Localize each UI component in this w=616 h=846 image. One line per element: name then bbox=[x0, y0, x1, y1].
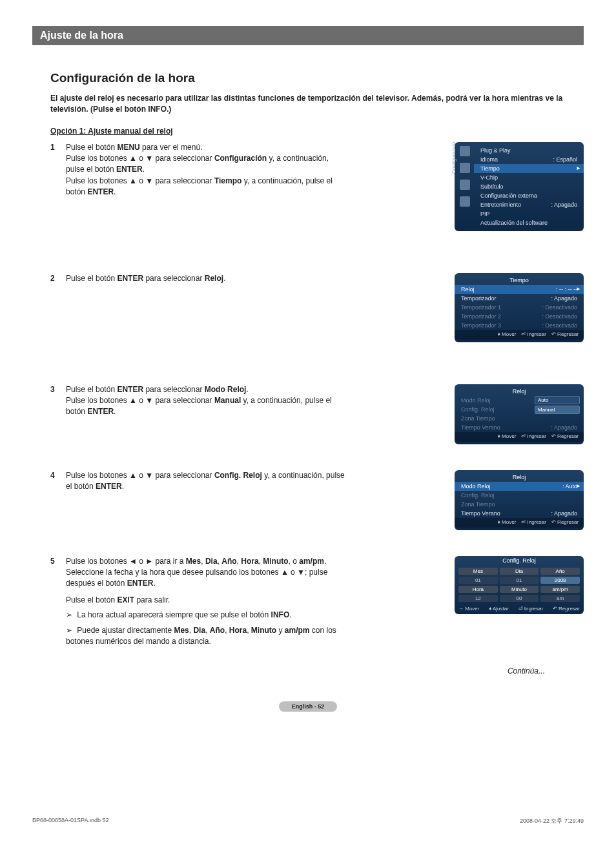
kw-field: Dia bbox=[205, 557, 218, 566]
kw-modo-reloj: Modo Reloj bbox=[205, 385, 247, 394]
step-5-number: 5 bbox=[50, 556, 66, 567]
osd-footer-hint: ↔ Mover bbox=[458, 606, 479, 612]
t: . bbox=[143, 165, 145, 174]
osd-field-value: 2008 bbox=[540, 577, 580, 584]
osd-footer-hint: ↶ Regresar bbox=[551, 331, 579, 337]
step-1-row: 1 Pulse el botón MENU para ver el menú. … bbox=[50, 142, 584, 231]
osd-side-label: Configuración bbox=[451, 141, 457, 173]
osd-configuracion-menu: Configuración Plug & PlayIdioma: Español… bbox=[455, 142, 584, 231]
kw-configuracion: Configuración bbox=[214, 154, 267, 163]
osd-footer-hint: ↶ Regresar bbox=[551, 519, 579, 525]
osd-header: Reloj bbox=[455, 387, 584, 396]
step-4-number: 4 bbox=[50, 470, 66, 481]
t: para seleccionar bbox=[143, 385, 205, 394]
step-1-number: 1 bbox=[50, 142, 66, 153]
t: La hora actual aparecerá siempre que se … bbox=[77, 610, 271, 619]
t: Pulse los botones ▲ o ▼ para seleccionar bbox=[66, 154, 214, 163]
osd-config-reloj-menu: Config. Reloj MesDiaAño01012008HoraMinut… bbox=[455, 556, 584, 614]
kw-manual: Manual bbox=[214, 396, 241, 405]
t: Pulse el botón bbox=[66, 385, 117, 394]
t: . bbox=[223, 274, 225, 283]
t: , bbox=[247, 626, 251, 635]
kw-field: am/pm bbox=[285, 626, 310, 635]
kw-enter: ENTER bbox=[117, 274, 143, 283]
kw-enter: ENTER bbox=[116, 165, 143, 174]
footer-datetime: 2008-04-22 오후 7:29:49 bbox=[520, 817, 584, 825]
osd-footer-hint: ♦ Mover bbox=[498, 519, 517, 525]
osd-reloj-dropdown-menu: Reloj Auto Manual Modo RelojConfig. Relo… bbox=[455, 384, 584, 444]
t: Pulse el botón bbox=[66, 274, 117, 283]
osd-footer-hint: ⏎ Ingresar bbox=[521, 519, 546, 525]
t: . bbox=[114, 187, 116, 196]
t: Pulse los botones ◄ o ► para ir a bbox=[66, 557, 186, 566]
osd-icon bbox=[460, 163, 470, 173]
t: Pulse los botones ▲ o ▼ para seleccionar bbox=[66, 471, 214, 480]
osd-menu-item: Reloj: -- : -- -- bbox=[455, 285, 584, 294]
osd-menu-item: Actualización del software bbox=[474, 218, 584, 227]
osd-field-value: 01 bbox=[500, 577, 539, 584]
t: para seleccionar bbox=[143, 274, 205, 283]
note-arrow-icon: ➢ bbox=[66, 610, 72, 619]
t: para ver el menú. bbox=[140, 143, 203, 152]
osd-field-value: 00 bbox=[500, 595, 539, 602]
osd-menu-item: Configuración externa bbox=[474, 191, 584, 200]
osd-menu-item: Zona Tiempo bbox=[455, 414, 584, 423]
osd-menu-item: Idioma: Español bbox=[474, 155, 584, 164]
t: , o bbox=[289, 557, 300, 566]
continues-label: Continúa... bbox=[32, 666, 545, 676]
kw-field: Año bbox=[210, 626, 225, 635]
osd-field-value: 12 bbox=[458, 595, 498, 602]
osd-footer-hint: ⏎ Ingresar bbox=[521, 331, 546, 337]
kw-field: Mes bbox=[186, 557, 201, 566]
osd-field-label: am/pm bbox=[540, 586, 580, 593]
osd-menu-item: Config. Reloj bbox=[455, 491, 584, 500]
t: Pulse el botón bbox=[66, 143, 117, 152]
osd-footer-hint: ♦ Mover bbox=[498, 433, 517, 439]
kw-config-reloj: Config. Reloj bbox=[214, 471, 262, 480]
osd-menu-item: V-Chip bbox=[474, 173, 584, 182]
step-4-row: 4 Pulse los botones ▲ o ▼ para seleccion… bbox=[50, 470, 584, 530]
step-2-number: 2 bbox=[50, 273, 66, 284]
osd-menu-item: Tiempo Verano: Apagado bbox=[455, 423, 584, 432]
osd-reloj-menu: Reloj Modo Reloj: AutoConfig. RelojZona … bbox=[455, 470, 584, 530]
osd-menu-item: Modo Reloj: Auto bbox=[455, 482, 584, 491]
kw-enter: ENTER bbox=[87, 187, 114, 196]
osd-field-value: 01 bbox=[458, 577, 498, 584]
osd-tiempo-menu: Tiempo Reloj: -- : -- --Temporizador: Ap… bbox=[455, 273, 584, 342]
kw-enter: ENTER bbox=[96, 482, 122, 491]
step-4-text: Pulse los botones ▲ o ▼ para seleccionar… bbox=[66, 470, 347, 493]
osd-field-label: Año bbox=[540, 568, 580, 575]
note-arrow-icon: ➢ bbox=[66, 626, 72, 635]
page-title: Configuración de la hora bbox=[50, 71, 584, 85]
note-2: ➢ Puede ajustar directamente Mes, Dia, A… bbox=[66, 625, 347, 648]
osd-footer-hint: ↶ Regresar bbox=[551, 433, 579, 439]
t: , bbox=[225, 626, 229, 635]
osd-field-label: Minuto bbox=[500, 586, 539, 593]
t: . bbox=[153, 579, 155, 588]
t: . bbox=[324, 557, 326, 566]
step-3-row: 3 Pulse el botón ENTER para seleccionar … bbox=[50, 384, 584, 444]
osd-header: Tiempo bbox=[455, 276, 584, 285]
osd-menu-item: Zona Tiempo bbox=[455, 500, 584, 509]
osd-menu-item: Temporizador: Apagado bbox=[455, 294, 584, 303]
osd-option-auto: Auto bbox=[535, 396, 580, 404]
osd-header: Config. Reloj bbox=[455, 556, 584, 565]
osd-header: Reloj bbox=[455, 473, 584, 482]
kw-tiempo: Tiempo bbox=[214, 176, 241, 185]
t: para salir. bbox=[134, 595, 170, 604]
kw-enter: ENTER bbox=[117, 385, 143, 394]
osd-menu-item: Temporizador 1: Desactivado bbox=[455, 303, 584, 312]
page-number-pill: English - 52 bbox=[279, 701, 337, 712]
kw-field: Dia bbox=[193, 626, 205, 635]
osd-menu-item: Tiempo Verano: Apagado bbox=[455, 509, 584, 518]
step-1-text: Pulse el botón MENU para ver el menú. Pu… bbox=[66, 142, 347, 198]
footer-filename: BP68-00658A-01SPA.indb 52 bbox=[32, 817, 108, 825]
t: Seleccione la fecha y la hora que desee … bbox=[66, 568, 327, 588]
osd-footer-hint: ♦ Mover bbox=[498, 331, 517, 337]
kw-field: am/pm bbox=[299, 557, 324, 566]
osd-menu-item: Plug & Play bbox=[474, 146, 584, 155]
step-2-row: 2 Pulse el botón ENTER para seleccionar … bbox=[50, 273, 584, 342]
osd-footer-hint: ♦ Ajustar bbox=[489, 606, 509, 612]
t: , bbox=[205, 626, 210, 635]
osd-field-label: Dia bbox=[500, 568, 539, 575]
